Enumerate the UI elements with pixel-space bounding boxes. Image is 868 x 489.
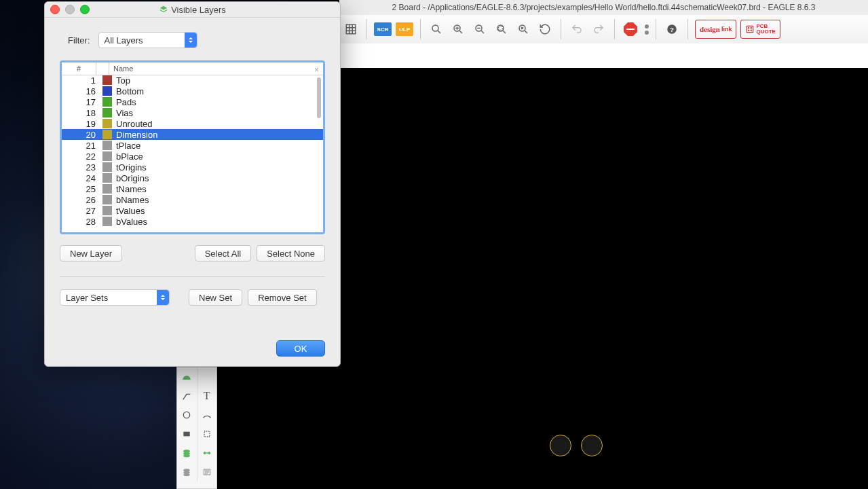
layer-name: Pads	[115, 97, 323, 107]
layer-name: tValues	[115, 206, 323, 216]
select-all-button[interactable]: Select All	[195, 245, 251, 261]
layer-swatch	[102, 119, 112, 128]
design-link-button[interactable]: designlink	[695, 20, 736, 39]
layer-swatch	[102, 151, 112, 161]
stop-icon[interactable]	[622, 20, 639, 38]
layer-row[interactable]: 19Unrouted	[62, 118, 323, 129]
svg-rect-9	[747, 26, 753, 32]
filter-label: Filter:	[68, 35, 90, 46]
layer-swatch	[102, 130, 112, 139]
text-tool-icon[interactable]: T	[197, 386, 217, 405]
layer-number: 24	[62, 173, 102, 183]
layer-row[interactable]: 1Top	[62, 75, 323, 86]
grid-icon[interactable]	[342, 20, 360, 38]
layer-row[interactable]: 17Pads	[62, 96, 323, 107]
via-tool-icon[interactable]	[177, 443, 197, 463]
chevron-updown-icon	[185, 33, 197, 48]
svg-point-12	[749, 30, 749, 31]
select-none-button[interactable]: Select None	[257, 245, 325, 261]
filter-combo[interactable]: All Layers	[98, 32, 197, 48]
layer-swatch	[102, 162, 112, 172]
toolbar-separator	[561, 19, 561, 39]
layer-row[interactable]: 26bNames	[62, 194, 323, 205]
toolbar-separator	[687, 19, 688, 39]
circle-tool-icon[interactable]	[177, 405, 197, 424]
wire-tool-icon[interactable]	[177, 386, 197, 405]
layer-row[interactable]: 16Bottom	[62, 86, 323, 96]
ulp-button[interactable]: ULP	[396, 22, 413, 36]
layer-number: 19	[62, 119, 102, 129]
filter-value: All Layers	[105, 35, 143, 46]
layer-row[interactable]: 25tNames	[62, 183, 323, 194]
new-set-button[interactable]: New Set	[189, 289, 242, 306]
layer-row[interactable]: 20Dimension	[62, 129, 323, 140]
go-icon[interactable]	[645, 24, 649, 35]
ruler-strip	[339, 43, 868, 68]
svg-point-18	[184, 454, 190, 457]
polygon-tool-icon[interactable]	[197, 424, 217, 443]
zoom-redraw-icon[interactable]	[514, 20, 532, 38]
hole-tool-icon[interactable]	[177, 463, 197, 482]
layer-number: 16	[62, 86, 102, 96]
svg-text:?: ?	[670, 26, 674, 33]
route-tool-icon[interactable]	[177, 367, 197, 386]
layer-swatch	[102, 97, 112, 107]
layer-row[interactable]: 18Vias	[62, 107, 323, 118]
layer-row[interactable]: 24bOrigins	[62, 173, 323, 183]
divider	[60, 276, 325, 277]
tool-palette: T	[176, 367, 217, 489]
zoom-in-icon[interactable]	[449, 20, 467, 38]
dialog-titlebar[interactable]: Visible Layers	[45, 2, 340, 18]
layer-number: 18	[62, 108, 102, 118]
scr-button[interactable]: SCR	[374, 22, 392, 36]
window-zoom-icon[interactable]	[80, 5, 90, 14]
arc-tool-icon[interactable]	[197, 405, 217, 424]
svg-point-1	[432, 25, 438, 31]
layer-row[interactable]: 23tOrigins	[62, 162, 323, 173]
layer-number: 21	[62, 141, 102, 151]
new-layer-button[interactable]: New Layer	[60, 245, 122, 261]
toolbar-separator	[420, 19, 421, 39]
layer-name: tNames	[115, 184, 323, 194]
rect-tool-icon[interactable]	[177, 424, 197, 443]
window-close-icon[interactable]	[50, 5, 60, 14]
layer-swatch	[102, 217, 112, 226]
zoom-select-icon[interactable]	[493, 20, 510, 38]
pcb-quote-button[interactable]: PCBQUOTE	[740, 20, 780, 39]
layer-list[interactable]: # Name× 1Top16Bottom17Pads18Vias19Unrout…	[60, 60, 325, 234]
layer-name: Top	[115, 75, 323, 86]
list-header[interactable]: # Name×	[62, 62, 323, 75]
toolbar-separator	[614, 19, 615, 39]
column-name[interactable]: Name×	[109, 62, 323, 75]
layer-sets-combo[interactable]: Layer Sets	[60, 289, 170, 306]
layer-row[interactable]: 22bPlace	[62, 151, 323, 162]
pad-circle[interactable]	[550, 435, 571, 456]
ok-button[interactable]: OK	[276, 340, 325, 357]
zoom-fit-icon[interactable]	[428, 20, 445, 38]
redo-icon[interactable]	[590, 20, 607, 38]
signal-tool-icon[interactable]	[197, 443, 217, 463]
column-number[interactable]: #	[62, 62, 96, 75]
layer-name: Bottom	[115, 86, 323, 96]
layer-swatch	[102, 141, 112, 150]
layer-row[interactable]: 28bValues	[62, 216, 323, 227]
remove-set-button[interactable]: Remove Set	[248, 289, 317, 306]
attribute-tool-icon[interactable]	[197, 463, 217, 482]
zoom-out-icon[interactable]	[471, 20, 489, 38]
layer-number: 22	[62, 151, 102, 162]
layer-number: 25	[62, 184, 102, 194]
svg-point-13	[751, 30, 752, 31]
layer-name: bPlace	[115, 151, 323, 162]
chevron-updown-icon	[157, 290, 169, 305]
layer-row[interactable]: 27tValues	[62, 205, 323, 216]
tool-icon[interactable]	[197, 367, 217, 386]
layer-name: bNames	[115, 195, 323, 205]
help-icon[interactable]: ?	[663, 20, 681, 38]
main-toolbar: SCR ULP ? designlink PCBQUOTE	[339, 15, 868, 44]
undo-icon[interactable]	[568, 20, 586, 38]
layer-row[interactable]: 21tPlace	[62, 140, 323, 151]
scrollbar-thumb[interactable]	[317, 77, 321, 118]
toolbar-separator	[656, 19, 656, 39]
refresh-icon[interactable]	[536, 20, 554, 38]
pad-circle[interactable]	[581, 435, 603, 456]
